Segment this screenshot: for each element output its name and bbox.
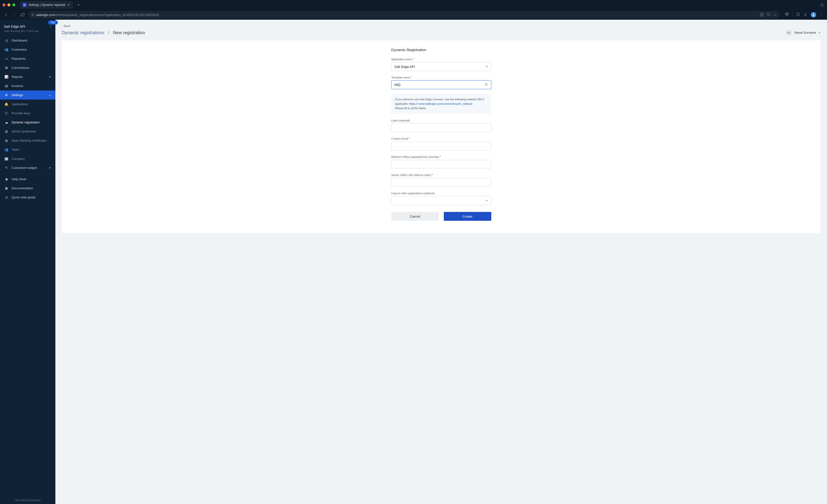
nav-bar: ⊟ saltedge.com/clients/dynamic_registrat… [0, 10, 827, 20]
sidebar-item-payments[interactable]: ▭ Payments [0, 54, 55, 63]
chevron-down-icon: ▼ [818, 32, 821, 34]
card-icon: ▭ [4, 57, 8, 60]
create-button[interactable]: Create [444, 212, 491, 221]
downloads-icon[interactable] [804, 12, 807, 17]
sidebar-item-customize-widget[interactable]: ✎ Customize widget ▼ [0, 163, 55, 172]
redirect-input[interactable] [391, 160, 491, 169]
redirect-uri-link[interactable]: https:// www.saltedge.com/connect/oauth_… [409, 102, 473, 105]
user-menu[interactable]: NS Name Surname ▼ [786, 30, 821, 36]
sidebar-item-help-desk[interactable]: ◉ Help Desk [0, 175, 55, 184]
breadcrumb: Dynamic registrations / New registration [62, 30, 145, 36]
document-icon: ▤ [4, 84, 8, 88]
cancel-button[interactable]: Cancel [391, 212, 439, 221]
info-box: If you intend to use Salt Edge Connect, … [391, 94, 491, 114]
svg-line-1 [769, 15, 770, 16]
forward-button[interactable] [12, 12, 17, 17]
sidebar: Test Salt Edge API ▼ Open Banking API | … [0, 20, 55, 504]
gear-icon: ⚙ [4, 93, 8, 97]
sidebar-item-connections[interactable]: 🏛 Connections [0, 63, 55, 72]
label-input[interactable] [391, 123, 491, 132]
app-name-label: Application name * [391, 58, 491, 61]
bookmark-icon[interactable]: ☆ [773, 12, 777, 17]
tabs-dropdown-button[interactable]: ▾ [820, 2, 825, 7]
close-tab-button[interactable]: ✕ [67, 3, 70, 7]
speedometer-icon: ◷ [4, 39, 8, 42]
new-tab-button[interactable]: + [75, 1, 82, 9]
jwks-input[interactable] [391, 178, 491, 187]
zoom-icon[interactable] [767, 12, 770, 17]
user-name: Name Surname [794, 31, 816, 35]
svg-point-2 [813, 13, 814, 15]
sidebar-item-dashboard[interactable]: ◷ Dashboard [0, 36, 55, 45]
pencil-icon: ✎ [4, 166, 8, 170]
sidebar-item-invoices[interactable]: ▤ Invoices [0, 81, 55, 91]
check-circle-icon: ◎ [4, 195, 8, 199]
sidebar-item-ob-certificates[interactable]: ▦ Open Banking certificates [0, 136, 55, 145]
bell-icon: 🔔 [4, 102, 8, 106]
help-icon: ◉ [4, 177, 8, 181]
key-icon: ⚿ [4, 111, 8, 115]
sidebar-item-provider-keys[interactable]: ⚿ Provider keys [0, 109, 55, 118]
svg-point-3 [485, 83, 487, 85]
site-info-icon[interactable]: ⊟ [32, 13, 34, 16]
chevron-up-icon: ▲ [49, 94, 51, 96]
certificate-icon: ▦ [4, 129, 8, 133]
avatar: NS [786, 30, 792, 36]
sidebar-item-documentation[interactable]: ▣ Documentation [0, 184, 55, 193]
reload-button[interactable] [20, 12, 25, 17]
chevron-left-icon: ‹ [62, 24, 63, 28]
jwks-label: Server JWKS URI (without chain) * [391, 174, 491, 176]
back-button[interactable] [3, 12, 8, 17]
extensions-icon[interactable] [785, 12, 789, 17]
people-icon: 👥 [4, 48, 8, 51]
environment-badge: Test [48, 20, 58, 24]
chevron-down-icon: ▼ [486, 200, 488, 202]
sidebar-item-eidas[interactable]: ▦ eIDAS certificates [0, 127, 55, 136]
browser-tab[interactable]: ≡ Settings | Dynamic registrati ✕ [20, 1, 73, 9]
app-subtitle: Open Banking API | Client app [4, 30, 51, 33]
svg-point-0 [767, 13, 769, 15]
close-window-button[interactable] [2, 3, 5, 6]
tab-favicon: ≡ [22, 3, 27, 7]
certificate-icon: ▦ [4, 139, 8, 143]
chevron-down-icon: ▼ [486, 65, 488, 68]
chart-icon: 📊 [4, 75, 8, 79]
search-icon[interactable] [485, 83, 488, 87]
chevron-down-icon: ▼ [49, 25, 51, 28]
back-link[interactable]: ‹ Back [62, 24, 70, 28]
url-text: saltedge.com/clients/dynamic_registratio… [36, 13, 758, 17]
maximize-window-button[interactable] [12, 3, 15, 6]
sidebar-item-quick-start[interactable]: ◎ Quick start guide [0, 193, 55, 202]
form-card: Dynamic Registration Application name * … [62, 40, 821, 233]
sidebar-item-applications[interactable]: 🔔 Applications [0, 100, 55, 109]
email-input[interactable] [391, 142, 491, 151]
email-label: Contact Email * [391, 137, 491, 140]
form-title: Dynamic Registration [391, 48, 491, 52]
menu-button[interactable]: ⋮ [820, 12, 824, 17]
app-switcher[interactable]: Salt Edge API ▼ [4, 24, 51, 29]
app-name-select[interactable]: Salt Edge API ▼ [391, 62, 491, 71]
copy-label: Copy to other applications (optional) [391, 192, 491, 195]
minimize-window-button[interactable] [7, 3, 10, 6]
breadcrumb-parent[interactable]: Dynamic registrations [62, 30, 104, 35]
sidebar-item-dynamic-registration[interactable]: ☁ Dynamic registration [0, 118, 55, 127]
copy-select[interactable]: ▼ [391, 196, 491, 205]
tab-bar: ≡ Settings | Dynamic registrati ✕ + ▾ [0, 0, 827, 10]
sidebar-footer: Open Banking Gateway [0, 496, 55, 504]
url-bar[interactable]: ⊟ saltedge.com/clients/dynamic_registrat… [29, 11, 779, 19]
template-name-input-wrapper [391, 80, 491, 89]
profile-button[interactable] [811, 12, 816, 17]
sidebar-item-company[interactable]: 🏢 Company [0, 154, 55, 163]
sidebar-item-customers[interactable]: 👥 Customers [0, 45, 55, 54]
sidebar-item-team[interactable]: 👥 Team [0, 145, 55, 154]
redirect-label: Redirect URI(s) (separated by commas) * [391, 155, 491, 158]
tab-title: Settings | Dynamic registrati [29, 3, 65, 7]
cloud-icon: ☁ [4, 120, 8, 124]
bank-icon: 🏛 [4, 66, 8, 69]
sidebar-item-reports[interactable]: 📊 Reports ▼ [0, 72, 55, 81]
template-name-input[interactable] [395, 83, 485, 87]
password-icon[interactable]: ⚿ [760, 12, 764, 17]
sidebar-item-settings[interactable]: ⚙ Settings ▲ [0, 91, 55, 100]
app-icon[interactable] [796, 12, 800, 17]
window-controls [2, 3, 15, 6]
